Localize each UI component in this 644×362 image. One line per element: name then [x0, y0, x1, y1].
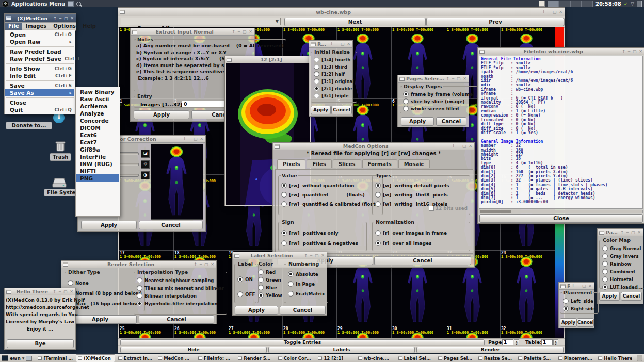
- radio-combined[interactable]: Combined: [602, 269, 644, 274]
- tab-formats[interactable]: Formats: [362, 159, 397, 168]
- menubar-options[interactable]: Options: [50, 23, 79, 30]
- window-buttons[interactable]: ↑ ‒ ▢ ✕: [232, 29, 253, 34]
- cancel-button[interactable]: Cancel: [139, 221, 203, 229]
- titlebar[interactable]: Palette Selection ↑ ‒ ▢ ✕: [598, 229, 643, 236]
- scan-cell-26[interactable]: 261 S=00s000 T=00s000: [173, 327, 228, 338]
- titlebar[interactable]: Extract Input Normal ↑ ‒ ▢ ✕: [131, 28, 254, 36]
- submenu-item-inw-rug[interactable]: INW (RUG): [76, 160, 119, 167]
- window-icon[interactable]: [599, 231, 604, 235]
- radio-right-side[interactable]: Right side: [563, 306, 595, 311]
- radio-gray-invers[interactable]: Gray Invers: [602, 253, 644, 259]
- menu-item-info-edit[interactable]: Info EditCtrl+F: [5, 72, 74, 79]
- taskbar-item-color-correc[interactable]: Color Correc...: [276, 354, 315, 362]
- taskbar-item-x-medcon[interactable]: (X)MedCon: [76, 354, 115, 362]
- trash-plugin-icon[interactable]: [637, 355, 642, 361]
- menubar-images[interactable]: Images: [22, 23, 50, 30]
- submenu-item-nifti[interactable]: NIFTI: [76, 167, 119, 174]
- radio-in-page[interactable]: In Page: [288, 281, 325, 287]
- titlebar[interactable]: FileInfo: wb-cine.wbp ↑ ‒ ▢ ✕: [478, 48, 644, 55]
- window-icon[interactable]: [311, 42, 316, 46]
- window-buttons[interactable]: ↑ ‒ ▢ ✕: [571, 284, 592, 288]
- window-icon[interactable]: [227, 58, 232, 62]
- radio-1-3-third[interactable]: [1:3] third: [314, 64, 354, 70]
- radio-slice-by-slice-image[interactable]: slice by slice (image): [403, 98, 475, 104]
- submenu-item-ecat7[interactable]: Ecat7: [76, 138, 119, 145]
- radio-rw-without-quantitation[interactable]: [rw] without quantitation: [281, 183, 380, 188]
- scan-cell-25[interactable]: 251 S=00s000 T=00s000: [119, 327, 173, 338]
- menubar-help[interactable]: Help: [79, 23, 99, 30]
- network-icon[interactable]: ▽: [631, 1, 634, 6]
- window-icon[interactable]: [479, 50, 485, 54]
- menu-item-save[interactable]: SaveCtrl+S: [5, 82, 74, 89]
- taskbar-item-palette-sele[interactable]: Palette Sele...: [516, 354, 555, 362]
- radio-hyperbolic-filter-interpolat[interactable]: Hyperbolic-filter interpolation: [137, 301, 224, 306]
- radio-hotmetal[interactable]: Hotmetal: [602, 276, 644, 282]
- scan-cell-29[interactable]: 291 S=00s000 T=00s000: [336, 327, 391, 338]
- tab-files[interactable]: Files: [307, 159, 331, 168]
- window-buttons[interactable]: ↑ ‒ ▢ ✕: [330, 42, 351, 46]
- window-buttons[interactable]: ↑ ‒ ▢ ✕: [452, 144, 473, 149]
- window-icon[interactable]: [560, 284, 566, 288]
- tray-icon[interactable]: [539, 1, 545, 7]
- window-buttons[interactable]: ↑ ‒ ▢ ✕: [542, 10, 563, 14]
- radio-1-1-original[interactable]: [1:1] original: [314, 78, 354, 84]
- desktop-item-trash[interactable]: Trash: [50, 153, 71, 161]
- menu-item-open-raw[interactable]: Open Raw▸: [5, 38, 74, 45]
- desktop-icon[interactable]: [2, 355, 8, 361]
- menu-item-raw-predef-save[interactable]: Raw Predef SaveCtrl+I: [5, 55, 74, 62]
- radio-r-over-images-in-frame[interactable]: [r] over images in frame: [375, 230, 467, 236]
- cancel-button[interactable]: Cancel: [331, 106, 352, 114]
- brightness-icon[interactable]: ☼: [141, 160, 150, 169]
- radio-gray-normal[interactable]: Gray Normal: [602, 245, 644, 251]
- radio-rw-quantified-calibrated-flo[interactable]: [rw] quantified & calibrated (floats): [281, 201, 380, 207]
- applications-menu[interactable]: Applications Menu: [11, 1, 65, 7]
- radio-rw-quantified-floats[interactable]: [rw] quantified (floats): [281, 192, 380, 198]
- files-icon[interactable]: [68, 1, 74, 7]
- taskbar-item-fileinfo-wb[interactable]: FileInfo: wb-...: [196, 354, 235, 362]
- filesystem-icon[interactable]: [52, 176, 67, 189]
- titlebar[interactable]: Resize Selection ↑ ‒ ▢ ✕: [309, 41, 352, 48]
- menu-item-quit[interactable]: QuitCtrl+Q: [5, 106, 74, 113]
- cancel-button[interactable]: Cancel: [280, 306, 326, 315]
- radio-none[interactable]: None: [68, 280, 142, 286]
- radio-red[interactable]: Red: [258, 269, 282, 275]
- radio-green[interactable]: Green: [258, 277, 282, 283]
- window-buttons[interactable]: ↑ ‒ ▢ ✕: [620, 230, 641, 235]
- radio-nearest-neighbour-sampling[interactable]: Nearest neighbour sampling: [137, 277, 224, 283]
- apply-button[interactable]: Apply: [401, 117, 434, 126]
- scan-cell-31[interactable]: 311 S=00s000 T=00s000: [446, 327, 500, 338]
- titlebar[interactable]: Pages Selection ↑ ‒ ▢ ✕: [398, 75, 469, 83]
- apply-button[interactable]: Apply: [235, 306, 278, 315]
- radio-bilinear-interpolation[interactable]: Bilinear interpolation: [137, 293, 224, 299]
- bye-button[interactable]: Bye: [7, 339, 74, 348]
- window-buttons[interactable]: ↑ ‒ ▢ ✕: [53, 16, 74, 21]
- cancel-button[interactable]: Cancel: [374, 256, 471, 265]
- menu-item-info-show[interactable]: Info ShowCtrl+G: [5, 65, 74, 72]
- window-icon[interactable]: [399, 77, 405, 81]
- next-button[interactable]: Next: [284, 18, 426, 26]
- titlebar[interactable]: MedCon Options ↑ ‒ ▢ ✕: [273, 143, 474, 150]
- window-icon[interactable]: [120, 10, 125, 14]
- window-icon[interactable]: [275, 144, 280, 149]
- menu-item-raw-predef-load[interactable]: Raw Predef Load: [5, 48, 74, 55]
- submenu-item-raw-ascii[interactable]: Raw Ascii: [76, 95, 119, 102]
- workspace-pager[interactable]: [548, 1, 593, 7]
- labels-button[interactable]: Labels: [268, 347, 415, 353]
- radio-absolute[interactable]: Absolute: [288, 271, 325, 277]
- window-icon[interactable]: [63, 262, 68, 267]
- taskbar-item-medcon-opt[interactable]: MedCon Opt...: [156, 354, 195, 362]
- submenu-item-ecat6[interactable]: Ecat6: [76, 131, 119, 138]
- titlebar[interactable]: Label Selection ↑ ‒ ▢ ✕: [233, 252, 327, 259]
- titlebar[interactable]: Render Selection ↑ ‒ ▢ ✕: [61, 261, 216, 268]
- titlebar[interactable]: 12 [2:1]: [225, 56, 311, 63]
- radio-whole-screen-filled[interactable]: whole screen filled: [403, 106, 475, 111]
- render-button[interactable]: Render: [416, 347, 564, 353]
- tab-mosaic[interactable]: Mosaic: [398, 159, 430, 168]
- user-menu[interactable]: ewn: [10, 356, 21, 361]
- scan-cell-27[interactable]: 271 S=00s000 T=00s000: [228, 327, 282, 338]
- submenu-item-gif89a[interactable]: Gif89a: [76, 145, 119, 153]
- window-buttons[interactable]: ↑ ‒ ▢ ✕: [194, 262, 215, 267]
- taskbar-item-placement[interactable]: Placement ...: [556, 354, 595, 362]
- apply-button[interactable]: Apply: [134, 110, 189, 119]
- tab-slices[interactable]: Slices: [333, 159, 361, 168]
